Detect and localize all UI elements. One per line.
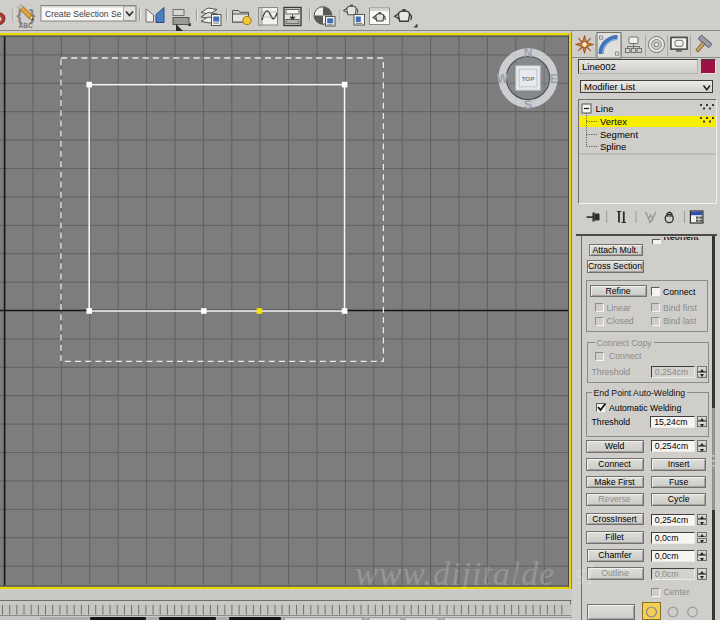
svg-text:Spline: Spline: [600, 141, 626, 152]
svg-text:Vertex: Vertex: [600, 116, 627, 127]
svg-text:Line: Line: [595, 103, 613, 114]
svg-text:Segment: Segment: [600, 129, 638, 140]
